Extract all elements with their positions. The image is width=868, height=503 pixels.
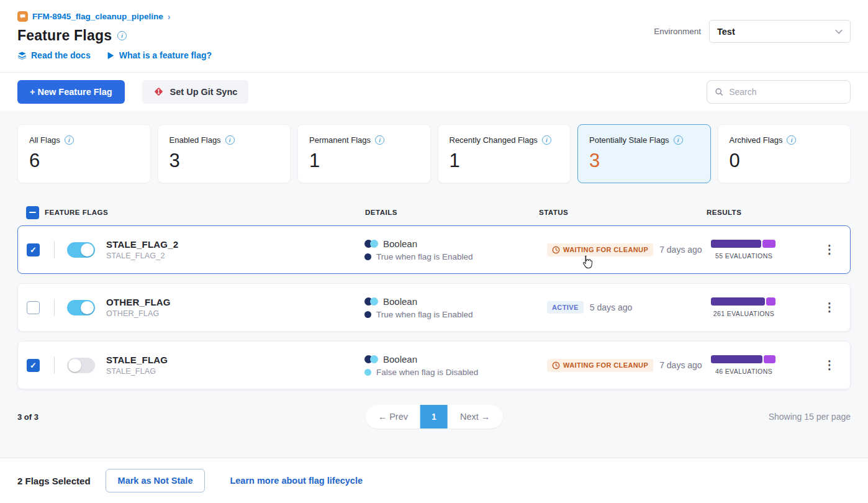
git-sync-button[interactable]: Set Up Git Sync: [142, 80, 249, 104]
select-all-checkbox[interactable]: [26, 206, 39, 219]
flag-variation: True when flag is Enabled: [376, 310, 473, 319]
prev-page-button[interactable]: ← Prev: [366, 405, 420, 428]
variation-dot-icon: [364, 369, 371, 376]
flag-name[interactable]: OTHER_FLAG: [106, 297, 171, 307]
metric-value: 3: [589, 150, 699, 171]
selected-count: 2 Flags Selected: [17, 476, 91, 486]
metric-label: Potentially Stale Flags: [589, 135, 669, 145]
metric-card-potentially-stale-flags[interactable]: Potentially Stale Flagsi 3: [577, 124, 711, 183]
table-row-stale-flag[interactable]: ✓ STALE_FLAG STALE_FLAG Boolean False wh…: [17, 341, 851, 389]
selection-footer: 2 Flags Selected Mark as Not Stale Learn…: [0, 458, 868, 503]
info-icon[interactable]: i: [65, 135, 74, 145]
table-header: FEATURE FLAGS DETAILS STATUS RESULTS: [17, 199, 851, 225]
flag-toggle[interactable]: [67, 242, 95, 258]
mark-not-stale-button[interactable]: Mark as Not Stale: [106, 469, 206, 492]
main-content: All Flagsi 6 Enabled Flagsi 3 Permanent …: [0, 111, 868, 458]
new-feature-flag-button[interactable]: + New Feature Flag: [17, 80, 125, 104]
what-is-flag-label: What is a feature flag?: [119, 50, 212, 60]
indeterminate-mark: [29, 212, 36, 214]
flag-variation: False when flag is Disabled: [376, 368, 478, 377]
metric-card-recently-changed-flags[interactable]: Recently Changed Flagsi 1: [438, 124, 571, 183]
row-checkbox[interactable]: [27, 301, 40, 314]
current-page[interactable]: 1: [420, 405, 448, 428]
row-checkbox[interactable]: ✓: [27, 243, 40, 256]
row-menu-icon[interactable]: ⋮: [822, 298, 837, 317]
title-info-icon[interactable]: i: [117, 31, 127, 40]
table-row-other-flag[interactable]: OTHER_FLAG OTHER_FLAG Boolean True when …: [17, 283, 851, 332]
feature-flags-page: FFM-8945_flag_cleanup_pipeline › Feature…: [0, 0, 868, 503]
status-label: WAITING FOR CLEANUP: [563, 361, 648, 369]
flag-toggle[interactable]: [67, 300, 95, 315]
info-icon[interactable]: i: [787, 135, 796, 145]
metric-label: Archived Flags: [730, 135, 783, 145]
metric-label: Permanent Flags: [309, 135, 371, 145]
column-header-feature-flags: FEATURE FLAGS: [45, 209, 365, 216]
info-icon[interactable]: i: [674, 135, 683, 145]
read-docs-label: Read the docs: [31, 50, 91, 60]
metric-card-archived-flags[interactable]: Archived Flagsi 0: [718, 124, 851, 183]
status-badge[interactable]: ACTIVE: [547, 301, 584, 314]
flag-toggle[interactable]: [67, 358, 95, 373]
per-page-label: Showing 15 per page: [769, 412, 851, 422]
status-badge[interactable]: WAITING FOR CLEANUP: [547, 359, 653, 372]
environment-select[interactable]: Test: [709, 20, 851, 43]
divider: [54, 299, 55, 316]
table-row-stale-flag-2[interactable]: ✓ STALE_FLAG_2 STALE_FLAG_2 Boolean True…: [17, 225, 851, 274]
metric-card-all-flags[interactable]: All Flagsi 6: [17, 124, 151, 183]
row-checkbox[interactable]: ✓: [27, 359, 40, 372]
status-label: ACTIVE: [552, 304, 579, 311]
info-icon[interactable]: i: [542, 135, 551, 145]
flag-name[interactable]: STALE_FLAG: [106, 355, 168, 365]
status-time: 7 days ago: [659, 360, 702, 370]
flag-type: Boolean: [383, 296, 417, 307]
search-box[interactable]: [707, 80, 851, 104]
search-input[interactable]: [729, 87, 843, 97]
boolean-icon: [364, 297, 378, 306]
info-icon[interactable]: i: [225, 135, 235, 145]
row-menu-icon[interactable]: ⋮: [822, 240, 837, 259]
divider: [54, 356, 55, 374]
git-sync-icon: [153, 86, 164, 97]
evaluations-bar: [711, 240, 777, 248]
metric-value: 6: [29, 150, 139, 171]
status-label: WAITING FOR CLEANUP: [563, 246, 648, 253]
status-time: 5 days ago: [590, 302, 633, 312]
metrics-row: All Flagsi 6 Enabled Flagsi 3 Permanent …: [17, 124, 851, 183]
metric-card-enabled-flags[interactable]: Enabled Flagsi 3: [158, 124, 291, 183]
results-cell: 55 EVALUATIONS: [706, 240, 782, 260]
status-badge[interactable]: WAITING FOR CLEANUP: [547, 243, 653, 256]
metric-card-permanent-flags[interactable]: Permanent Flagsi 1: [297, 124, 431, 183]
toggle-knob: [81, 301, 94, 314]
row-menu-icon[interactable]: ⋮: [822, 356, 837, 374]
what-is-flag-link[interactable]: What is a feature flag?: [107, 50, 212, 60]
page-header: FFM-8945_flag_cleanup_pipeline › Feature…: [0, 0, 868, 72]
flag-name[interactable]: STALE_FLAG_2: [106, 239, 178, 250]
flag-variation: True when flag is Enabled: [376, 252, 473, 261]
clock-icon: [552, 361, 560, 369]
read-docs-link[interactable]: Read the docs: [17, 50, 91, 60]
pagination-row: 3 of 3 ← Prev 1 Next → Showing 15 per pa…: [17, 404, 851, 429]
info-icon[interactable]: i: [375, 135, 384, 145]
environment-label: Environment: [654, 27, 701, 36]
evaluations-bar: [711, 355, 777, 363]
boolean-icon: [364, 355, 378, 363]
column-header-details: DETAILS: [365, 209, 539, 216]
metric-label: Recently Changed Flags: [450, 135, 538, 145]
evaluations-label: 46 EVALUATIONS: [715, 368, 772, 375]
breadcrumb-project[interactable]: FFM-8945_flag_cleanup_pipeline: [32, 12, 163, 21]
evaluations-label: 261 EVALUATIONS: [713, 310, 774, 317]
row-count: 3 of 3: [17, 412, 38, 422]
evaluations-label: 55 EVALUATIONS: [715, 252, 772, 260]
git-sync-label: Set Up Git Sync: [170, 87, 238, 97]
column-header-status: STATUS: [539, 209, 707, 216]
metric-label: All Flags: [29, 135, 60, 145]
docs-stack-icon: [17, 51, 27, 60]
flag-identifier: OTHER_FLAG: [106, 309, 171, 318]
metric-value: 3: [170, 150, 279, 171]
flag-identifier: STALE_FLAG: [106, 367, 168, 376]
flag-lifecycle-link[interactable]: Learn more about flag lifecycle: [230, 476, 363, 486]
results-cell: 46 EVALUATIONS: [706, 355, 782, 375]
pager: ← Prev 1 Next →: [366, 405, 503, 428]
boolean-icon: [364, 240, 378, 248]
next-page-button[interactable]: Next →: [448, 405, 502, 428]
